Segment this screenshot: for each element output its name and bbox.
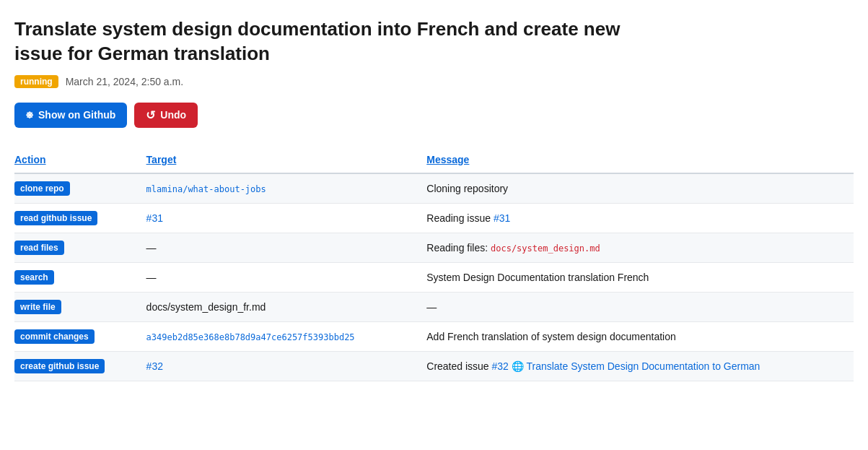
message-text: — — [426, 301, 437, 313]
action-badge: commit changes — [14, 329, 95, 344]
table-row: search—System Design Documentation trans… — [14, 262, 854, 292]
target-cell: #32 — [138, 351, 418, 381]
github-icon: ⎈ — [26, 108, 33, 121]
message-cell: Add French translation of system design … — [418, 321, 854, 351]
table-row: read files—Reading files: docs/system_de… — [14, 233, 854, 262]
action-badge: read github issue — [14, 211, 97, 225]
message-text: Add French translation of system design … — [426, 331, 676, 342]
action-badge: read files — [14, 241, 64, 255]
message-prefix: Created issue — [426, 360, 491, 372]
action-badge: create github issue — [14, 359, 105, 373]
undo-button-label: Undo — [160, 109, 186, 121]
page-title: Translate system design documentation in… — [14, 17, 664, 66]
globe-icon: 🌐 — [512, 360, 527, 372]
target-link[interactable]: #31 — [146, 212, 163, 224]
table-row: create github issue#32Created issue #32 … — [14, 351, 854, 381]
show-on-github-button[interactable]: ⎈ Show on Github — [14, 103, 127, 128]
status-row: running March 21, 2024, 2:50 a.m. — [14, 75, 854, 88]
undo-button[interactable]: ↺ Undo — [134, 103, 198, 128]
github-button-label: Show on Github — [38, 109, 115, 121]
table-row: clone repomlamina/what-about-jobsCloning… — [14, 173, 854, 204]
target-link[interactable]: #32 — [146, 360, 163, 372]
issue-title-link[interactable]: Translate System Design Documentation to… — [526, 360, 760, 372]
col-action[interactable]: Action — [14, 148, 138, 173]
timestamp: March 21, 2024, 2:50 a.m. — [66, 76, 183, 87]
undo-icon: ↺ — [146, 108, 155, 122]
message-cell: Cloning repository — [418, 173, 854, 204]
actions-table: Action Target Message clone repomlamina/… — [14, 148, 854, 381]
message-link[interactable]: #31 — [494, 212, 510, 224]
message-text: Cloning repository — [426, 183, 508, 194]
message-text: System Design Documentation translation … — [426, 272, 649, 283]
target-cell: docs/system_design_fr.md — [138, 292, 418, 321]
message-cell: Created issue #32 🌐 Translate System Des… — [418, 351, 854, 381]
file-link[interactable]: docs/system_design.md — [491, 243, 600, 254]
message-cell: Reading files: docs/system_design.md — [418, 233, 854, 262]
message-cell: Reading issue #31 — [418, 203, 854, 233]
target-cell: a349eb2d85e368e8b78d9a47ce6257f5393bbd25 — [138, 321, 418, 351]
table-row: read github issue#31Reading issue #31 — [14, 203, 854, 233]
action-badge: search — [14, 270, 54, 285]
table-row: commit changesa349eb2d85e368e8b78d9a47ce… — [14, 321, 854, 351]
action-badge: clone repo — [14, 181, 70, 196]
target-cell: — — [138, 262, 418, 292]
message-prefix: Reading issue — [426, 212, 494, 224]
status-badge: running — [14, 75, 58, 88]
message-cell: — — [418, 292, 854, 321]
action-badge: write file — [14, 300, 61, 314]
table-row: write filedocs/system_design_fr.md— — [14, 292, 854, 321]
message-cell: System Design Documentation translation … — [418, 262, 854, 292]
target-cell: mlamina/what-about-jobs — [138, 173, 418, 204]
col-message[interactable]: Message — [418, 148, 854, 173]
target-cell: — — [138, 233, 418, 262]
target-link[interactable]: a349eb2d85e368e8b78d9a47ce6257f5393bbd25 — [146, 332, 355, 342]
message-text: Reading files: — [426, 242, 491, 254]
button-row: ⎈ Show on Github ↺ Undo — [14, 103, 854, 128]
col-target[interactable]: Target — [138, 148, 418, 173]
target-link[interactable]: mlamina/what-about-jobs — [146, 184, 266, 194]
table-header-row: Action Target Message — [14, 148, 854, 173]
target-cell: #31 — [138, 203, 418, 233]
issue-link[interactable]: #32 — [492, 360, 509, 372]
